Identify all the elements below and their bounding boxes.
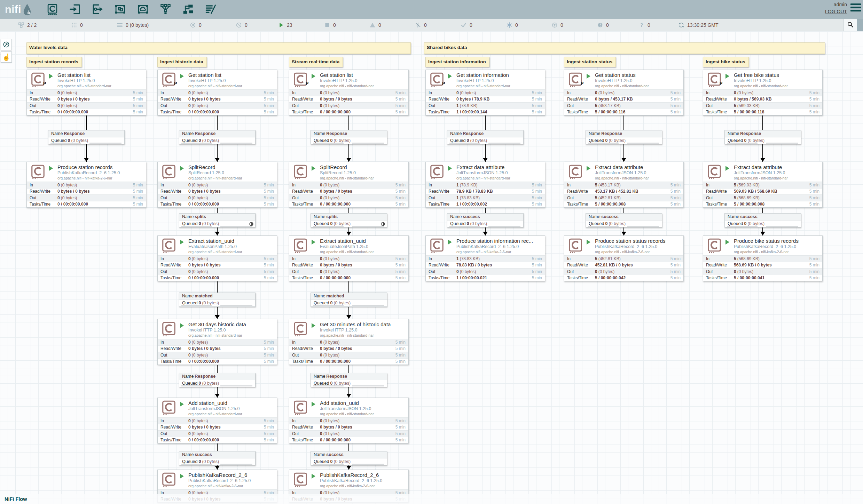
flow-column-label[interactable]: Ingest historic data: [157, 57, 207, 67]
connection-queued-row: Queued0(0 bytes): [179, 221, 255, 227]
connection-label[interactable]: NameResponseQueued0(0 bytes): [586, 130, 662, 144]
stat-value: 5 / 00:00:00.041: [734, 275, 809, 280]
stat-row-out: Out0(0 bytes)5 min: [289, 194, 408, 201]
processor[interactable]: PGet station statusInvokeHTTP 1.25.0org.…: [564, 70, 684, 115]
connection-queued-row: Queued0(0 bytes): [586, 221, 662, 227]
connection-name-row: Namesuccess: [311, 451, 387, 458]
primary-node-badge: P: [442, 81, 445, 86]
stat-window: 5 min: [532, 110, 542, 114]
queue-size-indicator: [352, 143, 384, 144]
processor[interactable]: Extract station_uuidEvaluateJsonPath 1.2…: [289, 235, 409, 281]
stat-window: 5 min: [809, 195, 819, 200]
search-button[interactable]: [844, 19, 857, 31]
processor-stamp-icon: [161, 164, 176, 179]
connection-label[interactable]: NameResponseQueued0(0 bytes): [311, 373, 387, 387]
connection-label[interactable]: NamematchedQueued0(0 bytes): [311, 293, 387, 307]
processor-header: PGet station statusInvokeHTTP 1.25.0org.…: [564, 70, 683, 89]
operate-palette-button[interactable]: ☝: [1, 51, 12, 63]
processor[interactable]: Produce station recordsPublishKafkaRecor…: [26, 162, 146, 208]
connection-label[interactable]: NamesuccessQueued0(0 bytes): [724, 213, 801, 227]
flow-column-label[interactable]: Ingest station information: [425, 57, 489, 67]
toolbar-label-button[interactable]: [204, 3, 217, 16]
processor[interactable]: Get 30 days historic dataInvokeHTTP 1.25…: [157, 319, 277, 365]
toolbar-remote-process-group-button[interactable]: [136, 3, 149, 16]
stat-value-detail: (0 bytes): [323, 90, 340, 95]
connection-label[interactable]: NamesplitsQueued0(0 bytes): [179, 213, 256, 227]
queue-count-indicator: [181, 464, 212, 465]
connection-label[interactable]: NamesuccessQueued0(0 bytes): [586, 213, 662, 227]
stat-window: 5 min: [670, 256, 681, 261]
flow-group-label[interactable]: Water levels data: [26, 42, 411, 54]
connection-label[interactable]: NamesplitsQueued0(0 bytes): [311, 213, 387, 227]
stat-value-detail: (452.81 KB): [598, 256, 621, 261]
processor[interactable]: Extract data attributeJoltTransformJSON …: [425, 162, 545, 208]
toolbar-process-group-button[interactable]: [114, 3, 126, 16]
processor[interactable]: Extract station_uuidEvaluateJsonPath 1.2…: [157, 235, 277, 281]
connection-label[interactable]: NameResponseQueued0(0 bytes): [179, 130, 256, 144]
connection-label[interactable]: NamesuccessQueued0(0 bytes): [179, 451, 256, 465]
global-menu-icon[interactable]: [850, 3, 861, 13]
flow-column-label[interactable]: Ingest station status: [564, 57, 616, 67]
processor-stats: In1(78.9 KB)5 minRead/Write78.9 KB / 78.…: [426, 182, 545, 207]
connection-label[interactable]: NameResponseQueued0(0 bytes): [447, 130, 524, 144]
stat-row-in: In0(0 bytes)5 min: [564, 89, 683, 96]
flow-column-label[interactable]: Stream real-time data: [289, 57, 343, 67]
stat-label: In: [292, 256, 320, 261]
processor[interactable]: Get 30 minutes of historic dataInvokeHTT…: [289, 319, 409, 365]
flow-canvas[interactable]: NameResponseQueued0(0 bytes)NameResponse…: [0, 31, 863, 504]
processor[interactable]: PGet station listInvokeHTTP 1.25.0org.ap…: [157, 70, 277, 115]
connection-label[interactable]: NamematchedQueued0(0 bytes): [179, 293, 256, 307]
toolbar-output-port-button[interactable]: [91, 3, 104, 16]
toolbar-template-button[interactable]: [182, 3, 194, 16]
processor-bundle: org.apache.nifi - nifi-kafka-2-6-nar: [320, 484, 375, 488]
processor-type: InvokeHTTP 1.25.0: [595, 78, 632, 83]
stat-value: 1 / 00:00:00.021: [456, 275, 532, 280]
connection-name: Response: [195, 374, 215, 379]
toolbar-processor-button[interactable]: [46, 3, 58, 16]
processor-name: Get 30 days historic data: [188, 321, 246, 327]
connection-label[interactable]: NamesuccessQueued0(0 bytes): [311, 451, 387, 465]
connection-name: Response: [195, 131, 215, 136]
processor[interactable]: Produce station status recordsPublishKaf…: [564, 235, 684, 281]
stat-row-tasks-time: Tasks/Time0 / 00:00:00.0005 min: [27, 201, 146, 208]
connection-label[interactable]: NameResponseQueued0(0 bytes): [311, 130, 387, 144]
stat-value: 5 / 00:00:00.008: [595, 202, 670, 207]
processor[interactable]: Produce bike status recordsPublishKafkaR…: [703, 235, 823, 281]
connection-label[interactable]: NameResponseQueued0(0 bytes): [179, 373, 256, 387]
processor[interactable]: SplitRecordSplitRecord 1.25.0org.apache.…: [157, 162, 277, 208]
connection-label[interactable]: NameResponseQueued0(0 bytes): [724, 130, 801, 144]
flow-column-label[interactable]: Ingest station records: [26, 57, 82, 67]
logout-link[interactable]: LOG OUT: [825, 9, 847, 14]
flow-column-label[interactable]: Ingest bike status: [703, 57, 749, 67]
connection-arrowhead-icon: [346, 394, 351, 398]
stat-window: 5 min: [532, 202, 542, 207]
stat-value-detail: (0 bytes): [61, 195, 77, 200]
processor[interactable]: SplitRecordSplitRecord 1.25.0org.apache.…: [289, 162, 409, 208]
processor[interactable]: PGet station informationInvokeHTTP 1.25.…: [425, 70, 545, 115]
processor[interactable]: Extract data attributeJoltTransformJSON …: [564, 162, 684, 208]
processor[interactable]: PGet station listInvokeHTTP 1.25.0org.ap…: [26, 70, 146, 115]
connection-label[interactable]: NamesuccessQueued0(0 bytes): [447, 213, 524, 227]
stat-label: Tasks/Time: [160, 438, 188, 442]
stat-value-bold: 0 / 00:00:00.000: [320, 202, 351, 207]
processor[interactable]: PGet free bike statusInvokeHTTP 1.25.0or…: [703, 70, 823, 115]
status-value: 0: [333, 22, 336, 28]
stat-row-read-write: Read/Write0 bytes / 0 bytes5 min: [289, 424, 408, 431]
stat-row-tasks-time: Tasks/Time5 / 00:00:00.0415 min: [703, 275, 822, 281]
processor[interactable]: Produce station information rec...Publis…: [425, 235, 545, 281]
toolbar-input-port-button[interactable]: [69, 3, 81, 16]
processor[interactable]: Extract data attributeJoltTransformJSON …: [703, 162, 823, 208]
processor[interactable]: Add station_uuidJoltTransformJSON 1.25.0…: [157, 398, 277, 443]
breadcrumb[interactable]: NiFi Flow: [5, 496, 27, 502]
processor[interactable]: PGet station listInvokeHTTP 1.25.0org.ap…: [289, 70, 409, 115]
stat-window: 5 min: [532, 97, 542, 102]
stat-window: 5 min: [395, 256, 406, 261]
navigate-palette-button[interactable]: [1, 39, 12, 50]
connection-label[interactable]: NameResponseQueued0(0 bytes): [48, 130, 125, 144]
processor[interactable]: Add station_uuidJoltTransformJSON 1.25.0…: [289, 398, 409, 443]
toolbar-funnel-button[interactable]: [159, 3, 172, 16]
connection-name: success: [195, 452, 212, 457]
stat-window: 5 min: [670, 275, 681, 280]
flow-group-label[interactable]: Shared bikes data: [424, 42, 825, 54]
stat-label: Read/Write: [429, 189, 456, 194]
